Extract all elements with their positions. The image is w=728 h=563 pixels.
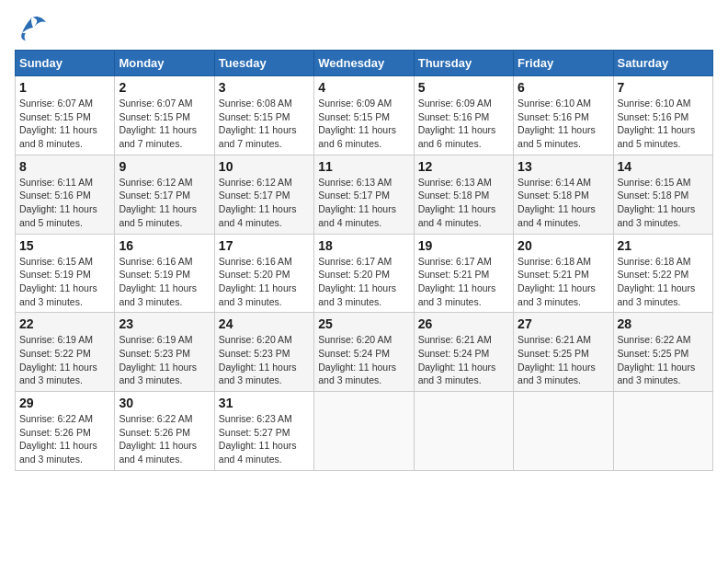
sunset-text: Sunset: 5:25 PM — [618, 347, 709, 361]
daylight-text: Daylight: 11 hours and 4 minutes. — [219, 202, 310, 229]
calendar-cell: 5Sunrise: 6:09 AMSunset: 5:16 PMDaylight… — [414, 76, 513, 155]
calendar-cell: 19Sunrise: 6:17 AMSunset: 5:21 PMDayligh… — [414, 234, 513, 313]
sunset-text: Sunset: 5:22 PM — [618, 268, 709, 282]
day-number: 10 — [219, 159, 310, 174]
daylight-text: Daylight: 11 hours and 3 minutes. — [219, 361, 310, 387]
calendar-cell: 10Sunrise: 6:12 AMSunset: 5:17 PMDayligh… — [214, 155, 313, 234]
calendar-cell: 14Sunrise: 6:15 AMSunset: 5:18 PMDayligh… — [613, 155, 712, 234]
day-info: Sunrise: 6:23 AMSunset: 5:27 PMDaylight:… — [219, 412, 310, 466]
sunrise-text: Sunrise: 6:17 AM — [318, 255, 409, 269]
calendar-cell: 27Sunrise: 6:21 AMSunset: 5:25 PMDayligh… — [514, 313, 613, 392]
day-info: Sunrise: 6:07 AMSunset: 5:15 PMDaylight:… — [19, 97, 110, 151]
calendar-cell: 25Sunrise: 6:20 AMSunset: 5:24 PMDayligh… — [314, 313, 414, 392]
day-info: Sunrise: 6:14 AMSunset: 5:18 PMDaylight:… — [518, 176, 609, 230]
header-tuesday: Tuesday — [214, 51, 313, 76]
sunrise-text: Sunrise: 6:09 AM — [318, 97, 409, 110]
sunset-text: Sunset: 5:22 PM — [19, 347, 110, 361]
sunrise-text: Sunrise: 6:23 AM — [219, 412, 310, 426]
day-info: Sunrise: 6:22 AMSunset: 5:26 PMDaylight:… — [119, 412, 210, 466]
daylight-text: Daylight: 11 hours and 6 minutes. — [418, 123, 509, 150]
daylight-text: Daylight: 11 hours and 4 minutes. — [219, 439, 310, 465]
sunrise-text: Sunrise: 6:12 AM — [119, 176, 210, 190]
sunset-text: Sunset: 5:17 PM — [119, 189, 210, 202]
logo-bird-icon — [15, 15, 48, 42]
sunrise-text: Sunrise: 6:18 AM — [518, 255, 609, 269]
sunrise-text: Sunrise: 6:20 AM — [219, 333, 310, 347]
sunset-text: Sunset: 5:15 PM — [19, 110, 110, 124]
sunrise-text: Sunrise: 6:21 AM — [418, 333, 509, 347]
daylight-text: Daylight: 11 hours and 3 minutes. — [518, 361, 609, 387]
daylight-text: Daylight: 11 hours and 3 minutes. — [618, 361, 709, 387]
day-info: Sunrise: 6:15 AMSunset: 5:18 PMDaylight:… — [618, 176, 709, 230]
sunrise-text: Sunrise: 6:15 AM — [618, 176, 709, 190]
calendar-cell: 24Sunrise: 6:20 AMSunset: 5:23 PMDayligh… — [214, 313, 313, 392]
sunrise-text: Sunrise: 6:19 AM — [19, 333, 110, 347]
sunset-text: Sunset: 5:20 PM — [318, 268, 409, 282]
sunrise-text: Sunrise: 6:16 AM — [219, 255, 310, 269]
calendar-cell: 28Sunrise: 6:22 AMSunset: 5:25 PMDayligh… — [613, 313, 712, 392]
calendar-cell: 2Sunrise: 6:07 AMSunset: 5:15 PMDaylight… — [115, 76, 214, 155]
calendar-cell: 7Sunrise: 6:10 AMSunset: 5:16 PMDaylight… — [613, 76, 712, 155]
day-info: Sunrise: 6:16 AMSunset: 5:20 PMDaylight:… — [219, 255, 310, 309]
daylight-text: Daylight: 11 hours and 4 minutes. — [318, 202, 409, 229]
week-row-3: 15Sunrise: 6:15 AMSunset: 5:19 PMDayligh… — [16, 234, 713, 313]
calendar-table: SundayMondayTuesdayWednesdayThursdayFrid… — [15, 50, 713, 471]
sunset-text: Sunset: 5:16 PM — [19, 189, 110, 202]
calendar-cell: 29Sunrise: 6:22 AMSunset: 5:26 PMDayligh… — [16, 392, 115, 471]
calendar-cell — [613, 392, 712, 471]
day-number: 20 — [518, 238, 609, 253]
calendar-cell: 6Sunrise: 6:10 AMSunset: 5:16 PMDaylight… — [514, 76, 613, 155]
sunrise-text: Sunrise: 6:19 AM — [119, 333, 210, 347]
sunset-text: Sunset: 5:19 PM — [19, 268, 110, 282]
header-wednesday: Wednesday — [314, 51, 414, 76]
day-number: 11 — [318, 159, 409, 174]
day-number: 4 — [318, 80, 409, 95]
daylight-text: Daylight: 11 hours and 7 minutes. — [119, 123, 210, 150]
header-friday: Friday — [514, 51, 613, 76]
day-info: Sunrise: 6:12 AMSunset: 5:17 PMDaylight:… — [219, 176, 310, 230]
calendar-cell: 31Sunrise: 6:23 AMSunset: 5:27 PMDayligh… — [214, 392, 313, 471]
sunset-text: Sunset: 5:15 PM — [219, 110, 310, 124]
day-info: Sunrise: 6:11 AMSunset: 5:16 PMDaylight:… — [19, 176, 110, 230]
week-row-2: 8Sunrise: 6:11 AMSunset: 5:16 PMDaylight… — [16, 155, 713, 234]
daylight-text: Daylight: 11 hours and 3 minutes. — [618, 202, 709, 229]
calendar-cell: 13Sunrise: 6:14 AMSunset: 5:18 PMDayligh… — [514, 155, 613, 234]
sunset-text: Sunset: 5:18 PM — [518, 189, 609, 202]
daylight-text: Daylight: 11 hours and 3 minutes. — [618, 282, 709, 308]
sunrise-text: Sunrise: 6:07 AM — [119, 97, 210, 110]
day-number: 13 — [518, 159, 609, 174]
header-thursday: Thursday — [414, 51, 513, 76]
calendar-cell: 30Sunrise: 6:22 AMSunset: 5:26 PMDayligh… — [115, 392, 214, 471]
day-number: 5 — [418, 80, 509, 95]
day-number: 21 — [618, 238, 709, 253]
daylight-text: Daylight: 11 hours and 3 minutes. — [19, 439, 110, 465]
day-info: Sunrise: 6:17 AMSunset: 5:20 PMDaylight:… — [318, 255, 409, 309]
sunrise-text: Sunrise: 6:10 AM — [618, 97, 709, 110]
day-number: 14 — [618, 159, 709, 174]
calendar-cell: 8Sunrise: 6:11 AMSunset: 5:16 PMDaylight… — [16, 155, 115, 234]
day-info: Sunrise: 6:12 AMSunset: 5:17 PMDaylight:… — [119, 176, 210, 230]
sunrise-text: Sunrise: 6:17 AM — [418, 255, 509, 269]
day-info: Sunrise: 6:15 AMSunset: 5:19 PMDaylight:… — [19, 255, 110, 309]
sunrise-text: Sunrise: 6:11 AM — [19, 176, 110, 190]
day-info: Sunrise: 6:20 AMSunset: 5:23 PMDaylight:… — [219, 333, 310, 387]
day-number: 16 — [119, 238, 210, 253]
calendar-cell: 11Sunrise: 6:13 AMSunset: 5:17 PMDayligh… — [314, 155, 414, 234]
sunset-text: Sunset: 5:27 PM — [219, 426, 310, 440]
week-row-4: 22Sunrise: 6:19 AMSunset: 5:22 PMDayligh… — [16, 313, 713, 392]
calendar-cell — [314, 392, 414, 471]
calendar-cell: 9Sunrise: 6:12 AMSunset: 5:17 PMDaylight… — [115, 155, 214, 234]
calendar-cell — [414, 392, 513, 471]
day-number: 24 — [219, 316, 310, 331]
day-number: 22 — [19, 316, 110, 331]
calendar-cell: 12Sunrise: 6:13 AMSunset: 5:18 PMDayligh… — [414, 155, 513, 234]
day-number: 6 — [518, 80, 609, 95]
sunset-text: Sunset: 5:18 PM — [618, 189, 709, 202]
day-number: 3 — [219, 80, 310, 95]
day-number: 26 — [418, 316, 509, 331]
sunrise-text: Sunrise: 6:15 AM — [19, 255, 110, 269]
calendar-cell — [514, 392, 613, 471]
sunset-text: Sunset: 5:15 PM — [119, 110, 210, 124]
day-info: Sunrise: 6:22 AMSunset: 5:25 PMDaylight:… — [618, 333, 709, 387]
daylight-text: Daylight: 11 hours and 3 minutes. — [418, 282, 509, 308]
